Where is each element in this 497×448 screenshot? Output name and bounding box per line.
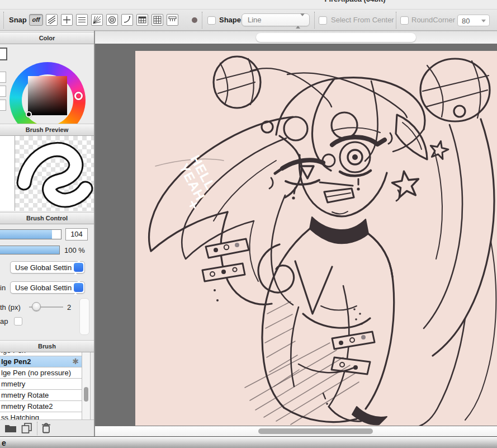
- snap-parallel-icon: [48, 16, 56, 24]
- brush-list-scrollbar[interactable]: [82, 352, 91, 419]
- snap-label: Snap: [9, 16, 27, 24]
- canvas-bottom-scrollbar[interactable]: [95, 426, 497, 436]
- round-corner-checkbox[interactable]: [400, 16, 409, 25]
- window-title: FireAlpaca (64bit): [324, 0, 385, 3]
- brush-list-item-selected[interactable]: lge Pen2 ✱: [0, 356, 82, 367]
- setting-2-label: in: [0, 284, 6, 292]
- canvas-top-scroll-thumb[interactable]: [256, 33, 416, 42]
- snap-grid-button[interactable]: [152, 14, 163, 26]
- snap-radial-button[interactable]: [106, 14, 118, 26]
- duplicate-brush-icon[interactable]: [21, 423, 32, 436]
- brush-size-value[interactable]: 104: [65, 228, 88, 240]
- brush-preview-area: [0, 136, 94, 211]
- global-setting-popup-1[interactable]: Use Global Settin: [10, 261, 85, 273]
- toolbar-divider: [314, 12, 315, 29]
- gear-icon[interactable]: ✱: [72, 356, 79, 367]
- status-bar: e: [0, 436, 497, 448]
- brush-size-slider-fill: [0, 230, 52, 239]
- width-slider-knob[interactable]: [32, 302, 41, 311]
- brush-actions-bar: [0, 419, 94, 436]
- canvas-bottom-scroll-thumb[interactable]: [258, 428, 373, 434]
- stepper-chevrons-icon: [74, 283, 83, 292]
- sv-selector-dot[interactable]: [26, 111, 32, 117]
- width-px-label: th (px): [0, 303, 21, 312]
- color-swatch[interactable]: [0, 86, 6, 97]
- snap-vanishing-point-button[interactable]: [91, 14, 103, 26]
- snap-parallel-button[interactable]: [46, 14, 58, 26]
- snap-radial-lines-icon: [93, 16, 101, 24]
- brush-item-label: lge Pen2: [1, 357, 31, 366]
- color-swatch[interactable]: [0, 100, 6, 111]
- global-setting-popup-1-value: Use Global Settin: [15, 263, 72, 272]
- ap-checkbox-label: ap: [0, 317, 8, 326]
- updown-chevron-icon: [296, 16, 305, 26]
- brush-list-item[interactable]: mmetry Rotate: [0, 390, 82, 401]
- brush-opacity-value: 100 %: [64, 246, 85, 254]
- big-star: [392, 171, 418, 197]
- artwork-canvas[interactable]: HELL YEAH: [135, 51, 497, 426]
- brush-list-item[interactable]: ss Hatching: [0, 412, 82, 419]
- shape-label: Shape: [219, 16, 241, 24]
- color-swatch[interactable]: [0, 72, 6, 83]
- shape-type-dropdown[interactable]: Line: [242, 13, 310, 26]
- toolbar-divider: [3, 12, 4, 29]
- brush-color-dot: [192, 17, 197, 23]
- snap-ruler-button[interactable]: [167, 14, 178, 26]
- width-value: 2: [67, 303, 71, 312]
- actions-divider: [37, 422, 37, 435]
- round-corner-value: 80: [462, 17, 470, 25]
- folder-icon[interactable]: [4, 423, 17, 435]
- title-bar[interactable]: FireAlpaca (64bit): [0, 0, 497, 10]
- select-from-center-checkbox[interactable]: [319, 16, 327, 25]
- brush-list-item[interactable]: mmetry: [0, 379, 82, 390]
- brush-list-item[interactable]: lge Pen (no pressure): [0, 367, 82, 379]
- snap-cross-icon: [63, 16, 71, 24]
- brush-control-panel-header: Brush Control: [0, 212, 94, 224]
- global-setting-popup-2-value: Use Global Settin: [15, 284, 72, 292]
- brush-list-item[interactable]: mmetry Rotate2: [0, 401, 82, 412]
- snap-horizontal-button[interactable]: [76, 14, 88, 26]
- saturation-value-square[interactable]: [28, 76, 67, 115]
- tool-options-toolbar: Snap off Shape: [0, 10, 497, 31]
- trash-icon[interactable]: [41, 422, 51, 436]
- status-text: e: [2, 438, 6, 447]
- snap-concentric-circles-icon: [108, 16, 116, 24]
- brush-size-slider[interactable]: [0, 229, 61, 239]
- brush-list: lge Pen lge Pen2 ✱ lge Pen (no pressure)…: [0, 352, 82, 419]
- firealpaca-window: FireAlpaca (64bit) Snap off: [0, 0, 497, 448]
- snap-horizontal-lines-icon: [78, 16, 86, 24]
- select-from-center-label: Select From Center: [331, 16, 394, 24]
- shape-checkbox[interactable]: [207, 16, 216, 25]
- global-setting-popup-2[interactable]: Use Global Settin: [10, 281, 85, 294]
- color-panel-header: Color: [0, 32, 94, 44]
- snap-curve-button[interactable]: [121, 14, 133, 26]
- hue-selector-ring[interactable]: [74, 92, 83, 100]
- chevron-down-icon: [481, 20, 486, 22]
- brush-list-scroll-thumb[interactable]: [84, 387, 88, 402]
- ruler-icon: [168, 16, 177, 24]
- snap-table-button[interactable]: [136, 14, 148, 26]
- color-swatch[interactable]: [0, 48, 7, 60]
- brush-preview-panel-header: Brush Preview: [0, 124, 94, 136]
- brush-preview-checker: [15, 136, 94, 211]
- toolbar-divider: [202, 12, 202, 29]
- left-panel: Color Brush Preview Brush Control 10: [0, 31, 95, 436]
- character-sketch: HELL YEAH: [135, 51, 497, 426]
- brush-stroke-preview: [15, 136, 94, 211]
- brush-preview-margin: [0, 136, 15, 211]
- round-corner-label: RoundCorner: [411, 16, 455, 24]
- control-scroll-pill[interactable]: [79, 298, 89, 335]
- brush-panel-header: Brush: [0, 340, 94, 352]
- snap-curve-icon: [123, 16, 131, 24]
- ap-checkbox[interactable]: [14, 317, 22, 326]
- toolbar-divider: [396, 12, 396, 29]
- brush-opacity-slider-fill: [0, 246, 59, 254]
- small-star: [430, 141, 448, 159]
- snap-off-button[interactable]: off: [29, 14, 43, 26]
- brush-list-item[interactable]: lge Pen: [0, 352, 82, 356]
- snap-cross-button[interactable]: [61, 14, 73, 26]
- round-corner-value-combo[interactable]: 80: [457, 15, 490, 26]
- shape-type-value: Line: [248, 16, 262, 24]
- grid-icon: [153, 16, 162, 24]
- brush-opacity-slider[interactable]: [0, 246, 60, 254]
